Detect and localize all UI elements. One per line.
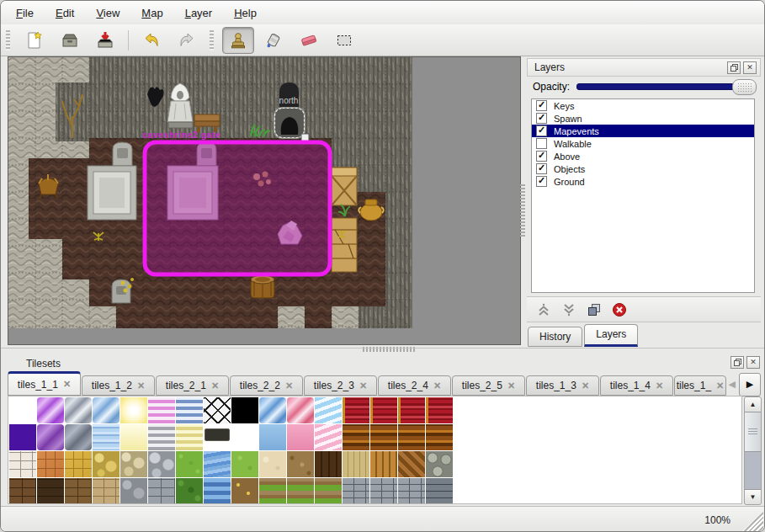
tile-whitebrick[interactable]	[9, 451, 36, 477]
close-tab-icon[interactable]: ✕	[211, 380, 219, 391]
layer-checkbox-walkable[interactable]	[536, 138, 547, 149]
close-tilesets-icon[interactable]: ✕	[746, 356, 760, 369]
fill-tool-button[interactable]	[258, 27, 290, 54]
layer-row-keys[interactable]: ✓Keys	[532, 99, 754, 112]
layer-row-spawn[interactable]: ✓Spawn	[532, 112, 754, 125]
toolbar-drag-handle[interactable]	[6, 30, 10, 51]
scroll-tabs-right-button[interactable]: ▶	[739, 373, 761, 396]
new-map-button[interactable]	[19, 27, 50, 54]
tileset-tab-tiles_2_2[interactable]: tiles_2_2✕	[230, 375, 303, 396]
layer-checkbox-spawn[interactable]: ✓	[536, 113, 547, 124]
tile-brownstripe[interactable]	[398, 424, 425, 450]
opacity-slider[interactable]	[576, 83, 756, 90]
close-tab-icon[interactable]: ✕	[359, 380, 367, 391]
tile-graystripe[interactable]	[148, 424, 175, 450]
tile-brickbrown2[interactable]	[65, 478, 92, 504]
tile-sand[interactable]	[259, 451, 286, 477]
tile-redcarpet[interactable]	[343, 397, 369, 423]
opacity-slider-handle[interactable]	[732, 79, 757, 95]
tile-black[interactable]	[231, 397, 258, 423]
tile-lattice[interactable]	[204, 397, 231, 423]
resize-grip[interactable]	[741, 512, 763, 532]
open-map-button[interactable]	[54, 27, 86, 54]
tile-paleyellow[interactable]	[120, 424, 147, 450]
float-panel-icon[interactable]	[727, 61, 741, 74]
toolbar-drag-handle-2[interactable]	[210, 30, 214, 51]
tile-basket[interactable]	[370, 451, 397, 477]
menu-file[interactable]: File	[11, 5, 39, 21]
tile-sign[interactable]	[204, 424, 231, 450]
tile-waterwall[interactable]	[204, 478, 231, 504]
close-tab-icon[interactable]: ✕	[582, 380, 589, 391]
menu-map[interactable]: Map	[136, 5, 167, 21]
tile-graybrickwall[interactable]	[398, 478, 425, 504]
tile-bluestripe[interactable]	[176, 397, 203, 423]
tile-graycobble[interactable]	[148, 451, 175, 477]
tileset-tab-tiles_1_[interactable]: tiles_1_✕	[674, 375, 726, 396]
scrollbar-thumb[interactable]	[745, 412, 761, 452]
tile-graycobwall[interactable]	[120, 478, 147, 504]
tile-violetd[interactable]	[37, 424, 64, 450]
tile-logs[interactable]	[426, 451, 453, 477]
tile-grayx[interactable]	[65, 397, 92, 423]
menu-edit[interactable]: Edit	[50, 5, 79, 21]
scroll-up-icon[interactable]: ▲	[745, 397, 761, 412]
tile-violet[interactable]	[37, 397, 64, 423]
tab-layers[interactable]: Layers	[584, 324, 638, 347]
tile-dirt[interactable]	[287, 451, 314, 477]
tile-w[interactable]	[231, 424, 258, 450]
map-canvas[interactable]: caveshrine2 gate north	[8, 56, 521, 345]
tile-w[interactable]	[9, 397, 36, 423]
tile-bluex2[interactable]	[259, 397, 286, 423]
tile-grasspath[interactable]	[315, 478, 342, 504]
scroll-down-icon[interactable]: ▼	[745, 489, 761, 504]
layer-checkbox-mapevents[interactable]: ✓	[536, 125, 547, 136]
tile-purplesolid[interactable]	[9, 424, 36, 450]
close-tab-icon[interactable]: ✕	[507, 380, 515, 391]
tile-bluesolid[interactable]	[259, 424, 286, 450]
tile-pinkx[interactable]	[287, 397, 314, 423]
layer-row-mapevents[interactable]: ✓Mapevents	[532, 125, 754, 137]
tileset-tab-tiles_1_2[interactable]: tiles_1_2✕	[82, 375, 155, 396]
tile-hedge[interactable]	[176, 478, 203, 504]
tile-grayd[interactable]	[65, 424, 92, 450]
eraser-tool-button[interactable]	[293, 27, 325, 54]
tile-brickdark[interactable]	[37, 478, 64, 504]
tile-herringbone[interactable]	[398, 451, 425, 477]
select-tool-button[interactable]	[328, 27, 360, 54]
raise-layer-button[interactable]	[535, 301, 552, 318]
tile-pinkfab[interactable]	[315, 424, 342, 450]
tileset-tab-tiles_1_4[interactable]: tiles_1_4✕	[600, 375, 673, 396]
lower-layer-button[interactable]	[560, 301, 577, 318]
layer-row-walkable[interactable]: Walkable	[532, 137, 754, 150]
scroll-tabs-left-icon[interactable]: ◀	[725, 379, 739, 390]
tile-brownstripe[interactable]	[370, 424, 397, 450]
tileset-tab-tiles_1_1[interactable]: tiles_1_1✕	[8, 371, 81, 396]
menu-layer[interactable]: Layer	[180, 5, 218, 21]
duplicate-layer-button[interactable]	[586, 301, 603, 318]
layer-checkbox-ground[interactable]: ✓	[536, 176, 547, 187]
tileset-tab-tiles_2_4[interactable]: tiles_2_4✕	[378, 375, 451, 396]
stamp-tool-button[interactable]	[222, 27, 254, 54]
close-tab-icon[interactable]: ✕	[656, 380, 663, 391]
tileset-scrollbar[interactable]: ▲ ▼	[744, 396, 762, 505]
tile-dirtflower[interactable]	[231, 478, 258, 504]
tile-redcarpet[interactable]	[370, 397, 397, 423]
redo-button[interactable]	[171, 27, 203, 54]
tileset-tab-tiles_1_3[interactable]: tiles_1_3✕	[526, 375, 599, 396]
layer-row-objects[interactable]: ✓Objects	[532, 162, 754, 175]
tile-planks[interactable]	[343, 451, 369, 477]
delete-layer-button[interactable]	[611, 301, 628, 318]
tile-redcarpet[interactable]	[398, 397, 425, 423]
tile-glow[interactable]	[120, 397, 147, 423]
tile-grass[interactable]	[176, 451, 203, 477]
tile-yellowstone[interactable]	[93, 451, 120, 477]
tile-grass2[interactable]	[231, 451, 258, 477]
tile-water2[interactable]	[204, 451, 231, 477]
tile-redcarpet[interactable]	[426, 397, 453, 423]
tile-darkwood[interactable]	[315, 451, 342, 477]
tile-pinksolid[interactable]	[287, 424, 314, 450]
tile-graybrick[interactable]	[148, 478, 175, 504]
tile-beigecobble[interactable]	[120, 451, 147, 477]
tile-orangetile[interactable]	[37, 451, 64, 477]
